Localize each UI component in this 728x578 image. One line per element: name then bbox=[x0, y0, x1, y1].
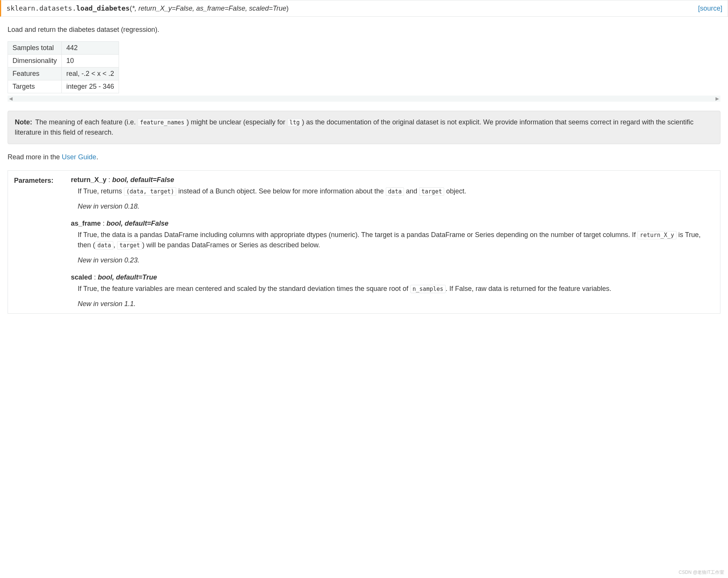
scroll-hint-bar: ◀ ▶ bbox=[8, 96, 720, 102]
param-text: , bbox=[113, 241, 117, 249]
note-text-2: ) might be unclear (especially for bbox=[187, 118, 287, 126]
param-code: target bbox=[419, 187, 444, 196]
param-type: bool, default=True bbox=[98, 273, 157, 281]
param-version: New in version 0.23. bbox=[71, 256, 714, 264]
note-text-1: The meaning of each feature (i.e. bbox=[35, 118, 138, 126]
param-type: bool, default=False bbox=[106, 220, 169, 227]
info-label: Features bbox=[8, 68, 62, 80]
param-header: as_frame : bool, default=False bbox=[71, 220, 714, 228]
param-text: If True, returns bbox=[78, 187, 124, 195]
info-value: integer 25 - 346 bbox=[62, 80, 119, 93]
param-name: scaled bbox=[71, 273, 92, 281]
param-version: New in version 0.18. bbox=[71, 203, 714, 210]
param-item: scaled : bool, default=TrueIf True, the … bbox=[71, 273, 714, 308]
param-code: n_samples bbox=[410, 285, 446, 293]
signature-text: sklearn.datasets.load_diabetes(*, return… bbox=[6, 4, 289, 13]
param-name: return_X_y bbox=[71, 176, 106, 184]
param-colon: : bbox=[101, 220, 106, 227]
param-code: return_X_y bbox=[637, 231, 676, 239]
info-label: Samples total bbox=[8, 42, 62, 55]
info-value: 442 bbox=[62, 42, 119, 55]
scroll-left-arrow: ◀ bbox=[9, 96, 13, 101]
parameters-section: Parameters: return_X_y : bool, default=F… bbox=[8, 170, 720, 314]
param-description: If True, the data is a pandas DataFrame … bbox=[71, 230, 714, 250]
param-description: If True, returns (data, target) instead … bbox=[71, 186, 714, 196]
param-description: If True, the feature variables are mean … bbox=[71, 284, 714, 294]
info-label: Dimensionality bbox=[8, 55, 62, 68]
param-code: (data, target) bbox=[124, 187, 176, 196]
param-text: object. bbox=[444, 187, 466, 195]
param-header: scaled : bool, default=True bbox=[71, 273, 714, 281]
source-link[interactable]: [source] bbox=[698, 5, 722, 13]
info-value: 10 bbox=[62, 55, 119, 68]
param-text: If True, the data is a pandas DataFrame … bbox=[78, 231, 637, 239]
param-colon: : bbox=[92, 273, 98, 281]
signature-name: load_diabetes bbox=[76, 4, 130, 12]
dataset-info-table: Samples total442Dimensionality10Features… bbox=[8, 41, 119, 93]
note-label: Note: bbox=[15, 118, 32, 126]
info-row: Dimensionality10 bbox=[8, 55, 119, 68]
param-text: If True, the feature variables are mean … bbox=[78, 285, 410, 292]
note-code-feature-names: feature_names bbox=[138, 118, 186, 127]
param-code: target bbox=[117, 241, 142, 250]
info-label: Targets bbox=[8, 80, 62, 93]
signature-params: *, return_X_y=False, as_frame=False, sca… bbox=[132, 5, 286, 12]
function-description: Load and return the diabetes dataset (re… bbox=[8, 26, 720, 34]
param-header: return_X_y : bool, default=False bbox=[71, 176, 714, 184]
read-more-prefix: Read more in the bbox=[8, 153, 62, 161]
note-code-ltg: ltg bbox=[287, 118, 302, 127]
param-text: ) will be pandas DataFrames or Series as… bbox=[142, 241, 320, 249]
param-text: . If False, raw data is returned for the… bbox=[446, 285, 611, 292]
param-type: bool, default=False bbox=[112, 176, 174, 184]
param-text: and bbox=[404, 187, 419, 195]
info-row: Featuresreal, -.2 < x < .2 bbox=[8, 68, 119, 80]
scroll-right-arrow: ▶ bbox=[715, 96, 719, 101]
note-box: Note:The meaning of each feature (i.e. f… bbox=[8, 111, 720, 144]
user-guide-link[interactable]: User Guide bbox=[62, 153, 96, 161]
param-code: data bbox=[386, 187, 404, 196]
read-more-suffix: . bbox=[96, 153, 98, 161]
info-row: Samples total442 bbox=[8, 42, 119, 55]
read-more: Read more in the User Guide. bbox=[8, 153, 720, 161]
info-row: Targetsinteger 25 - 346 bbox=[8, 80, 119, 93]
signature-module: sklearn.datasets. bbox=[6, 4, 76, 12]
param-colon: : bbox=[106, 176, 112, 184]
signature-close-paren: ) bbox=[287, 5, 289, 12]
function-signature: sklearn.datasets.load_diabetes(*, return… bbox=[0, 0, 728, 17]
param-item: as_frame : bool, default=FalseIf True, t… bbox=[71, 220, 714, 264]
param-code: data bbox=[95, 241, 113, 250]
param-item: return_X_y : bool, default=FalseIf True,… bbox=[71, 176, 714, 210]
param-version: New in version 1.1. bbox=[71, 300, 714, 308]
parameters-label: Parameters: bbox=[14, 176, 71, 185]
info-value: real, -.2 < x < .2 bbox=[62, 68, 119, 80]
param-text: instead of a Bunch object. See below for… bbox=[176, 187, 385, 195]
param-name: as_frame bbox=[71, 220, 101, 227]
